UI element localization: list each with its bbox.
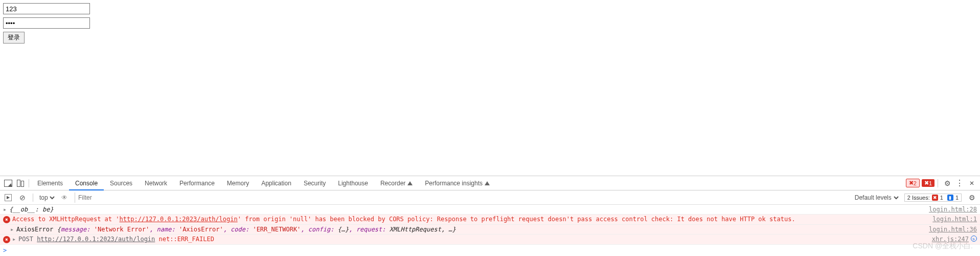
- expand-arrow-icon[interactable]: ▸: [3, 206, 9, 213]
- close-devtools-icon[interactable]: [966, 177, 978, 189]
- login-button[interactable]: 登录: [3, 32, 25, 44]
- tab-security[interactable]: Security: [298, 176, 332, 190]
- context-selector[interactable]: top: [37, 194, 56, 202]
- console-settings-icon[interactable]: [966, 191, 978, 204]
- device-toggle-icon[interactable]: [14, 177, 27, 189]
- tab-performance[interactable]: Performance: [173, 176, 221, 190]
- error-icon: ✖: [3, 236, 10, 243]
- devtools-panel: Elements Console Sources Network Perform…: [0, 176, 980, 256]
- devtools-tabs-bar: Elements Console Sources Network Perform…: [0, 176, 980, 190]
- inspect-icon[interactable]: [2, 177, 14, 189]
- console-toolbar: top Default levels 2 Issues: ✖1 ▮1: [0, 190, 980, 205]
- tab-sources[interactable]: Sources: [104, 176, 139, 190]
- password-field[interactable]: [3, 17, 90, 29]
- tab-network[interactable]: Network: [139, 176, 173, 190]
- settings-icon[interactable]: [941, 177, 953, 189]
- live-reload-icon[interactable]: [971, 236, 977, 242]
- username-field[interactable]: [3, 3, 90, 14]
- console-prompt[interactable]: >: [0, 245, 980, 256]
- log-levels-selector[interactable]: Default levels: [853, 194, 900, 202]
- blocked-url-link[interactable]: http://127.0.0.1:2023/auth/login: [120, 216, 238, 223]
- separator: [938, 179, 938, 187]
- more-menu-icon[interactable]: [953, 177, 966, 189]
- tab-application[interactable]: Application: [255, 176, 298, 190]
- log-post-failed[interactable]: ✖ ▸ POST http://127.0.0.1:2023/auth/logi…: [0, 234, 980, 245]
- info-icon: ▮: [947, 195, 953, 201]
- log-axios-error[interactable]: ▸ AxiosError {message: 'Network Error', …: [0, 225, 980, 234]
- watermark-text: CSDN @全栈小白.: [913, 242, 973, 251]
- error-badge-icon[interactable]: ✖ 1: [922, 179, 935, 187]
- issues-button[interactable]: 2 Issues: ✖1 ▮1: [904, 194, 962, 202]
- source-link[interactable]: login.html:36: [929, 226, 977, 233]
- log-object-line[interactable]: ▸ {__ob__: be} login.html:28: [0, 205, 980, 215]
- request-url-link[interactable]: http://127.0.0.1:2023/auth/login: [37, 236, 155, 243]
- expand-arrow-icon[interactable]: ▸: [12, 236, 18, 243]
- clear-console-icon[interactable]: [16, 191, 29, 204]
- tab-recorder[interactable]: Recorder: [374, 176, 419, 190]
- error-icon: ✖: [3, 216, 10, 223]
- console-output: ▸ {__ob__: be} login.html:28 ✖ Access to…: [0, 205, 980, 256]
- error-icon: ✖: [932, 195, 938, 201]
- tab-memory[interactable]: Memory: [221, 176, 255, 190]
- tab-performance-insights[interactable]: Performance insights: [419, 176, 496, 190]
- tab-lighthouse[interactable]: Lighthouse: [332, 176, 374, 190]
- tab-console[interactable]: Console: [69, 176, 104, 190]
- log-cors-error[interactable]: ✖ Access to XMLHttpRequest at 'http://12…: [0, 215, 980, 225]
- separator: [29, 179, 29, 187]
- source-link[interactable]: login.html:1: [932, 216, 977, 223]
- prompt-icon: >: [3, 247, 7, 254]
- console-filter-input[interactable]: [75, 193, 851, 203]
- expand-arrow-icon[interactable]: ▸: [10, 226, 16, 233]
- tab-elements[interactable]: Elements: [31, 176, 69, 190]
- toggle-sidebar-icon[interactable]: [2, 191, 14, 204]
- login-form: 登录: [0, 0, 980, 47]
- source-link[interactable]: login.html:28: [929, 206, 977, 213]
- live-expression-icon[interactable]: [58, 191, 71, 204]
- error-counter-icon[interactable]: ✖ 2: [906, 179, 920, 187]
